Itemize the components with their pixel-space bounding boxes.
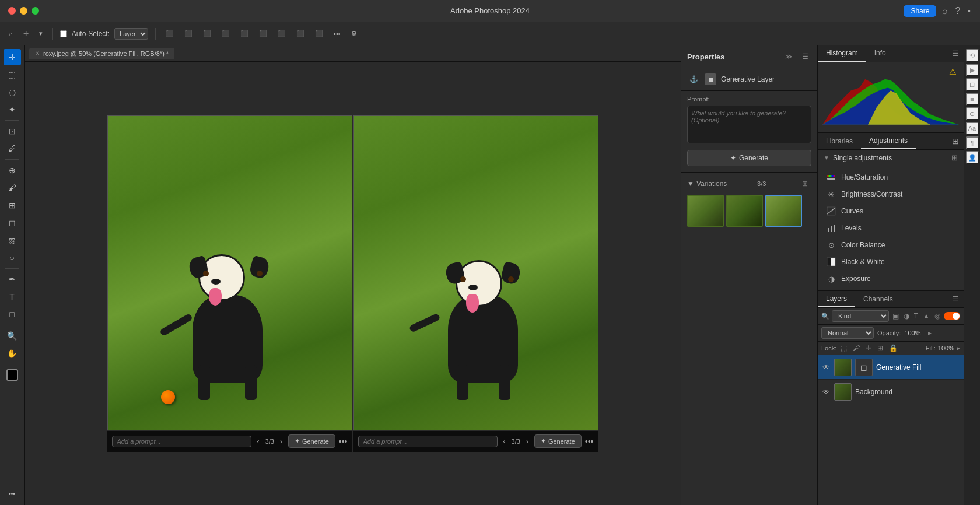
distribute-right[interactable]: ⬛ [312,28,326,39]
layer-row-generative-fill[interactable]: 👁 ◻ Generative Fill Blend mode: Normal O… [818,355,964,380]
single-adj-expand-icon[interactable]: ▼ [824,155,830,161]
foreground-color[interactable] [6,369,18,381]
selection-tool[interactable]: ⬚ [4,66,21,83]
lock-all-icon[interactable]: 🔒 [887,343,900,353]
home-button[interactable]: ⌂ [6,29,16,39]
prompt-input-1[interactable] [112,436,251,447]
dodge-tool[interactable]: ○ [4,250,21,266]
text-filter-icon[interactable]: T [913,311,919,321]
prompt-textarea[interactable] [687,106,811,143]
lock-paint-icon[interactable]: 🖌 [851,343,862,353]
align-right[interactable]: ⬛ [200,28,214,39]
next-variation-2[interactable]: › [524,436,531,447]
color-balance-item[interactable]: ⊙ Color Balance [820,237,961,253]
lock-move-icon[interactable]: ✛ [864,343,873,353]
brightness-contrast-item[interactable]: ☀ Brightness/Contrast [820,186,961,202]
pen-tool[interactable]: ✒ [4,271,21,287]
healing-brush[interactable]: ⊕ [4,162,21,178]
search-button[interactable]: ⌕ [941,5,949,17]
align-center-h[interactable]: ⬛ [181,28,195,39]
move-tool[interactable]: ✛ [20,28,32,39]
adjustments-tab[interactable]: Adjustments [861,133,916,149]
variation-thumb-2[interactable] [726,195,763,227]
layer-select[interactable]: Layer [114,28,148,40]
panel-2-icon[interactable]: ≡ [966,93,979,106]
opacity-arrow-icon[interactable]: ▸ [928,329,932,337]
smart-filter-icon[interactable]: ◎ [933,311,942,321]
variation-thumb-1[interactable] [687,195,724,227]
more-button-2[interactable]: ••• [585,437,594,446]
adj-add-icon[interactable]: ⊞ [951,153,958,162]
panel-3-icon[interactable]: ⊕ [966,107,979,120]
info-tab[interactable]: Info [866,45,894,62]
maximize-button[interactable] [32,7,39,15]
window-button[interactable]: ▪ [966,5,972,17]
clone-stamp[interactable]: ⊞ [4,197,21,213]
next-variation-1[interactable]: › [278,436,285,447]
pixel-filter-icon[interactable]: ▣ [891,311,900,321]
more-options[interactable]: ••• [331,29,344,39]
align-center-v[interactable]: ⬛ [219,28,233,39]
layer-link-icon[interactable]: ⚓ [687,73,700,86]
black-white-item[interactable]: Black & White [820,254,961,270]
move-dropdown[interactable]: ▾ [36,28,46,39]
lock-artboard-icon[interactable]: ⊞ [876,343,885,353]
prev-variation-1[interactable]: ‹ [255,436,262,447]
generate-button-1[interactable]: ✦ Generate [288,434,335,448]
brush-tool[interactable]: 🖌 [4,180,21,196]
variations-grid-icon[interactable]: ⊞ [799,177,811,190]
close-tab-icon[interactable]: ✕ [35,50,40,57]
filter-toggle[interactable] [944,312,960,320]
levels-item[interactable]: Levels [820,220,961,236]
panel-1-icon[interactable]: ⊟ [966,78,979,91]
image-canvas-2[interactable] [354,115,598,430]
more-tools[interactable]: ••• [4,485,21,502]
histogram-tab[interactable]: Histogram [818,45,866,62]
distribute-left[interactable]: ⬛ [293,28,307,39]
generate-button-2[interactable]: ✦ Generate [534,434,582,448]
align-middle[interactable]: ⬛ [256,28,270,39]
lasso-tool[interactable]: ◌ [4,84,21,100]
layers-tab[interactable]: Layers [818,291,855,307]
fill-arrow-icon[interactable]: ▸ [957,344,960,352]
properties-expand-icon[interactable]: ≫ [782,50,795,63]
close-button[interactable] [8,7,16,15]
adj-filter-icon[interactable]: ◑ [902,311,911,321]
align-left[interactable]: ⬛ [163,28,177,39]
variation-thumb-3[interactable] [765,195,802,227]
image-canvas-1[interactable] [107,115,352,430]
layer-row-background[interactable]: 👁 Background [818,380,964,404]
libraries-tab[interactable]: Libraries [818,134,861,149]
prev-variation-2[interactable]: ‹ [501,436,508,447]
generate-main-button[interactable]: ✦ Generate [687,150,811,166]
play-icon[interactable]: ▶ [966,64,979,76]
help-button[interactable]: ? [954,5,961,17]
minimize-button[interactable] [20,7,27,15]
hand-tool[interactable]: ✋ [4,345,21,362]
curves-item[interactable]: Curves [820,203,961,219]
shape-tool[interactable]: □ [4,306,21,322]
adj-grid-button[interactable]: ⊞ [947,134,964,148]
hue-saturation-item[interactable]: Hue/Saturation [820,169,961,185]
layer-visibility-2[interactable]: 👁 [821,387,831,397]
panel-5-icon[interactable]: ¶ [966,136,979,149]
exposure-item[interactable]: ◑ Exposure [820,271,961,287]
more-button-1[interactable]: ••• [339,437,348,446]
gradient-tool[interactable]: ▨ [4,232,21,248]
magic-wand-tool[interactable]: ✦ [4,101,21,118]
panel-4-icon[interactable]: Aa [966,122,979,135]
align-bottom[interactable]: ⬛ [275,28,289,39]
histogram-menu-icon[interactable]: ☰ [953,50,959,58]
shape-filter-icon[interactable]: ▲ [922,311,931,321]
layers-options-icon[interactable]: ☰ [953,295,964,303]
zoom-tool[interactable]: 🔍 [4,328,21,344]
blend-mode-select[interactable]: Normal [821,327,874,339]
move-tool-button[interactable]: ✛ [4,49,21,65]
align-top[interactable]: ⬛ [237,28,251,39]
eraser-tool[interactable]: ◻ [4,215,21,231]
prompt-input-2[interactable] [358,436,498,447]
filter-kind-select[interactable]: Kind [832,310,889,322]
crop-tool[interactable]: ⊡ [4,123,21,139]
panel-6-icon[interactable]: 👤 [966,151,979,164]
layer-visibility-1[interactable]: 👁 [821,363,831,372]
